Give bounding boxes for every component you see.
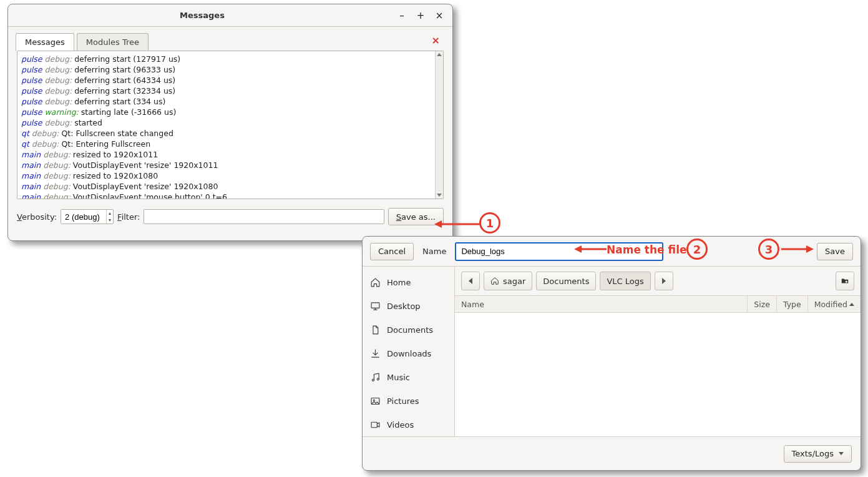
place-downloads[interactable]: Downloads [363, 342, 454, 365]
annotation-circle-1: 1 [479, 212, 500, 234]
breadcrumb: sagar Documents VLC Logs [455, 267, 861, 295]
log-row: qt debug: Qt: Fullscreen state changed [21, 128, 439, 139]
svg-marker-11 [806, 245, 814, 253]
place-label: Music [387, 373, 410, 382]
column-modified[interactable]: Modified [807, 296, 861, 312]
place-documents[interactable]: Documents [363, 318, 454, 342]
desktop-icon [370, 301, 381, 312]
verbosity-spinner[interactable]: ▴▾ [61, 209, 114, 224]
column-name[interactable]: Name [455, 300, 747, 309]
log-row: pulse debug: deferring start (32334 us) [21, 86, 439, 96]
log-list[interactable]: pulse debug: deferring start (127917 us)… [17, 51, 444, 199]
place-label: Desktop [387, 302, 421, 311]
file-list-header: Name Size Type Modified [455, 295, 861, 313]
log-row: main debug: resized to 1920x1011 [21, 149, 439, 160]
column-type[interactable]: Type [776, 296, 807, 312]
svg-point-4 [373, 399, 374, 400]
new-folder-button[interactable] [836, 272, 854, 290]
log-row: main debug: resized to 1920x1080 [21, 170, 439, 181]
format-label: Texts/Logs [792, 449, 834, 458]
scrollbar[interactable] [435, 51, 443, 199]
document-icon [370, 325, 381, 335]
annotation-name-file: Name the file [607, 243, 687, 256]
bottom-bar: Verbosity: ▴▾ Filter: Save as... [8, 204, 452, 233]
log-row: qt debug: Qt: Entering Fullscreen [21, 139, 439, 149]
home-icon [490, 277, 499, 285]
chevron-left-icon [469, 278, 472, 284]
log-row: pulse warning: starting late (-31666 us) [21, 107, 439, 117]
tab-modules-tree[interactable]: Modules Tree [77, 33, 149, 51]
annotation-arrow-1 [433, 219, 482, 230]
chevron-down-icon [839, 452, 844, 455]
verbosity-value[interactable] [61, 212, 106, 222]
name-label: Name [422, 247, 446, 256]
tab-messages[interactable]: Messages [16, 33, 74, 51]
tab-bar: Messages Modules Tree × [8, 27, 452, 51]
log-row: main debug: VoutDisplayEvent 'resize' 19… [21, 181, 439, 192]
log-row: pulse debug: deferring start (64334 us) [21, 75, 439, 86]
annotation-arrow-3 [780, 243, 815, 255]
breadcrumb-forward[interactable] [655, 272, 673, 290]
svg-rect-0 [371, 302, 379, 308]
svg-point-2 [377, 378, 379, 380]
column-size[interactable]: Size [747, 296, 776, 312]
place-label: Documents [387, 325, 433, 335]
cancel-button[interactable]: Cancel [370, 243, 414, 260]
log-row: pulse debug: deferring start (127917 us) [21, 54, 439, 64]
svg-rect-5 [371, 422, 377, 428]
maximize-icon[interactable]: + [414, 9, 427, 22]
place-pictures[interactable]: Pictures [363, 389, 454, 413]
save-button[interactable]: Save [817, 243, 853, 260]
breadcrumb-vlc-logs[interactable]: VLC Logs [600, 272, 650, 290]
log-row: pulse debug: deferring start (334 us) [21, 96, 439, 107]
log-row: main debug: VoutDisplayEvent 'mouse butt… [21, 192, 439, 199]
place-label: Home [387, 278, 411, 287]
svg-point-1 [372, 379, 374, 381]
music-icon [370, 372, 381, 383]
file-list[interactable] [455, 313, 861, 436]
close-icon[interactable]: × [432, 9, 446, 22]
files-pane: sagar Documents VLC Logs Name Size Type … [455, 267, 861, 436]
place-videos[interactable]: Videos [363, 413, 454, 436]
place-music[interactable]: Music [363, 365, 454, 389]
chevron-right-icon [662, 278, 666, 284]
filter-input[interactable] [144, 209, 384, 224]
verbosity-label: Verbosity: [17, 212, 57, 222]
annotation-circle-2: 2 [686, 238, 708, 260]
sort-asc-icon [849, 303, 854, 306]
breadcrumb-user[interactable]: sagar [484, 272, 532, 290]
home-icon [370, 277, 381, 288]
log-row: main debug: VoutDisplayEvent 'resize' 19… [21, 160, 439, 170]
tab-close-icon[interactable]: × [432, 34, 440, 46]
new-folder-icon [841, 277, 849, 285]
minimize-icon[interactable]: – [395, 9, 409, 22]
spinner-buttons[interactable]: ▴▾ [106, 210, 113, 224]
annotation-circle-3: 3 [758, 238, 779, 260]
picture-icon [370, 396, 381, 406]
annotation-arrow-2 [573, 243, 608, 255]
video-icon [370, 420, 381, 430]
save-dialog: Cancel Name Save Home Desktop Documents … [362, 236, 861, 471]
window-title: Messages [14, 11, 390, 20]
titlebar: Messages – + × [8, 4, 452, 27]
messages-window: Messages – + × Messages Modules Tree × p… [7, 4, 453, 241]
log-row: pulse debug: started [21, 117, 439, 128]
download-icon [370, 348, 381, 359]
breadcrumb-user-label: sagar [503, 277, 525, 286]
breadcrumb-back[interactable] [461, 272, 480, 290]
format-dropdown[interactable]: Texts/Logs [784, 445, 852, 463]
log-row: pulse debug: deferring start (96333 us) [21, 64, 439, 75]
filter-label: Filter: [117, 212, 140, 222]
place-label: Pictures [387, 396, 419, 406]
place-home[interactable]: Home [363, 270, 454, 294]
breadcrumb-documents[interactable]: Documents [536, 272, 596, 290]
save-dialog-footer: Texts/Logs [363, 436, 861, 470]
svg-marker-9 [574, 245, 582, 253]
place-desktop[interactable]: Desktop [363, 294, 454, 318]
places-sidebar: Home Desktop Documents Downloads Music P… [363, 267, 455, 436]
place-label: Videos [387, 420, 414, 430]
place-label: Downloads [387, 349, 431, 358]
svg-marker-7 [434, 220, 442, 228]
